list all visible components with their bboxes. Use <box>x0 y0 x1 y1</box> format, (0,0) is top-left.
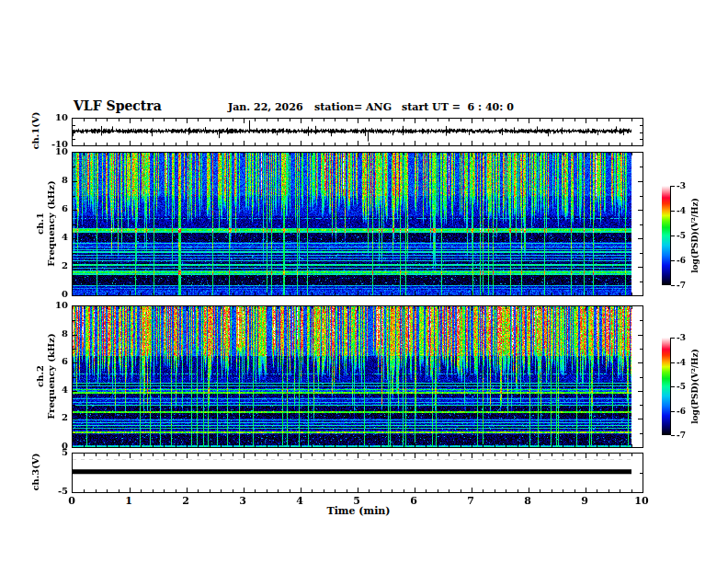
faint-marker-row <box>73 459 631 460</box>
tick-mark <box>426 454 427 456</box>
tick-mark <box>461 306 461 309</box>
tick-mark <box>638 335 643 336</box>
tick-mark <box>631 293 632 295</box>
tick-mark <box>563 293 563 295</box>
tick-mark <box>597 306 597 309</box>
tick-mark <box>84 293 85 295</box>
tick-mark <box>415 141 415 145</box>
tick-mark <box>73 196 75 197</box>
tick-mark <box>404 119 404 121</box>
y-tick-label: 2 <box>39 260 68 270</box>
tick-mark <box>176 143 176 145</box>
tick-mark <box>620 306 620 309</box>
tick-mark <box>597 153 597 155</box>
tick-mark <box>164 119 165 121</box>
tick-mark <box>96 454 97 456</box>
tick-mark <box>141 119 142 121</box>
tick-mark <box>552 306 552 309</box>
y-tick-label: 2 <box>39 412 68 422</box>
tick-mark <box>130 442 131 447</box>
tick-mark <box>324 119 324 121</box>
tick-mark <box>574 143 575 145</box>
panel-ch1-spectrogram <box>72 152 643 296</box>
tick-mark <box>449 454 449 456</box>
colorbar-tick <box>671 260 675 261</box>
tick-mark <box>255 489 256 492</box>
tick-mark <box>164 454 165 456</box>
tick-mark <box>73 125 75 126</box>
tick-mark <box>381 444 381 447</box>
tick-mark <box>73 419 77 419</box>
tick-mark <box>506 119 506 121</box>
tick-mark <box>278 143 279 145</box>
tick-mark <box>426 306 427 309</box>
tick-mark <box>267 143 267 145</box>
tick-mark <box>597 293 597 295</box>
tick-mark <box>335 119 336 121</box>
tick-mark <box>638 419 643 419</box>
tick-mark <box>506 293 506 295</box>
tick-mark <box>404 444 404 447</box>
y-tick-label: 4 <box>39 232 68 242</box>
tick-mark <box>301 141 301 145</box>
x-tick-label: 2 <box>172 495 199 507</box>
tick-mark <box>586 306 586 311</box>
tick-mark <box>73 335 77 336</box>
tick-mark <box>426 293 427 295</box>
tick-mark <box>233 293 233 295</box>
tick-mark <box>335 489 336 492</box>
tick-mark <box>449 444 449 447</box>
tick-mark <box>153 454 154 456</box>
tick-mark <box>597 119 597 121</box>
tick-mark <box>221 444 222 447</box>
tick-mark <box>187 442 188 447</box>
tick-mark <box>107 143 108 145</box>
tick-mark <box>529 488 529 492</box>
tick-mark <box>255 119 256 121</box>
tick-mark <box>153 489 154 492</box>
tick-mark <box>518 153 518 155</box>
tick-mark <box>119 293 119 295</box>
tick-mark <box>483 489 483 492</box>
panel-ch2-spectrogram <box>72 305 643 448</box>
tick-mark <box>164 153 165 155</box>
tick-mark <box>483 293 483 295</box>
tick-mark <box>278 153 279 155</box>
tick-mark <box>176 454 176 456</box>
tick-mark <box>278 454 279 456</box>
x-tick-label: 0 <box>58 495 85 507</box>
tick-mark <box>198 119 199 121</box>
tick-mark <box>96 444 97 447</box>
colorbar-tick <box>671 386 675 387</box>
tick-mark <box>640 125 643 126</box>
tick-mark <box>107 293 108 295</box>
tick-mark <box>609 444 609 447</box>
tick-mark <box>278 444 279 447</box>
tick-mark <box>392 153 392 155</box>
tick-mark <box>552 489 552 492</box>
tick-mark <box>221 293 222 295</box>
y-tick-label: 0 <box>39 289 68 299</box>
tick-mark <box>198 444 199 447</box>
tick-mark <box>96 489 97 492</box>
tick-mark <box>312 444 313 447</box>
tick-mark <box>290 293 290 295</box>
tick-mark <box>574 306 575 309</box>
tick-mark <box>107 153 108 155</box>
tick-mark <box>347 153 347 155</box>
tick-mark <box>233 454 233 456</box>
tick-mark <box>597 143 597 145</box>
tick-mark <box>609 454 609 456</box>
tick-mark <box>153 153 154 155</box>
tick-mark <box>369 153 370 155</box>
tick-mark <box>506 143 506 145</box>
tick-mark <box>119 489 119 492</box>
tick-mark <box>176 489 176 492</box>
tick-mark <box>426 143 427 145</box>
tick-mark <box>119 306 119 309</box>
tick-mark <box>347 444 347 447</box>
tick-mark <box>324 489 324 492</box>
tick-mark <box>347 489 347 492</box>
tick-mark <box>312 119 313 121</box>
tick-mark <box>461 444 461 447</box>
